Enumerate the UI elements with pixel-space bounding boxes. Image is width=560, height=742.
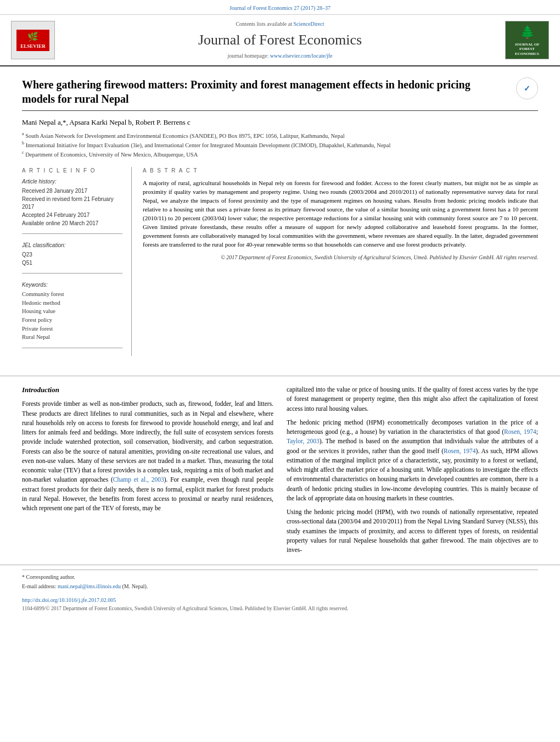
journal-title: Journal of Forest Economics	[66, 30, 494, 50]
authors: Mani Nepal a,*, Apsara Karki Nepal b, Ro…	[22, 118, 538, 127]
keyword-2: Housing value	[22, 308, 122, 316]
elsevier-logo: 🌿 ELSEVIER	[11, 21, 55, 59]
footnote-1: * Corresponding author.	[22, 573, 538, 581]
keywords-section: Keywords: Community forest Hedonic metho…	[22, 281, 122, 348]
article-info-title: A R T I C L E I N F O	[22, 167, 122, 175]
jel-q51: Q51	[22, 259, 122, 267]
footnote-2: E-mail address: mani.nepal@ims.illinois.…	[22, 583, 538, 590]
journal-header-center: Contents lists available at ScienceDirec…	[55, 20, 505, 60]
doi-area: http://dx.doi.org/10.1016/j.jfe.2017.02.…	[0, 594, 560, 615]
keywords-label: Keywords:	[22, 281, 122, 289]
abstract-title: A B S T R A C T	[143, 167, 538, 175]
received-revised-date: Received in revised form 21 February 201…	[22, 196, 122, 211]
jel-label: JEL classification:	[22, 242, 122, 249]
affiliation-b: b International Initiative for Impact Ev…	[22, 141, 538, 149]
journal-homepage: journal homepage: www.elsevier.com/locat…	[66, 52, 494, 60]
article-info-abstract: A R T I C L E I N F O Article history: R…	[22, 167, 538, 356]
doi-link[interactable]: http://dx.doi.org/10.1016/j.jfe.2017.02.…	[22, 596, 538, 604]
introduction-heading: Introduction	[22, 385, 273, 395]
intro-para-right-1: capitalized into the value or price of h…	[287, 385, 538, 414]
copyright-bottom: 1104-6899/© 2017 Department of Forest Ec…	[22, 605, 538, 612]
jel-section: JEL classification: Q23 Q51	[22, 242, 122, 274]
rosen-ref-link[interactable]: Rosen, 1974	[504, 428, 536, 435]
header-top: Journal of Forest Economics 27 (2017) 28…	[0, 0, 560, 66]
intro-right-col: capitalized into the value or price of h…	[287, 385, 538, 559]
main-content: Where gathering firewood matters: Proxim…	[0, 66, 560, 367]
keyword-3: Forest policy	[22, 316, 122, 325]
keyword-4: Private forest	[22, 325, 122, 333]
article-title: Where gathering firewood matters: Proxim…	[22, 77, 516, 106]
article-history-section: A R T I C L E I N F O Article history: R…	[22, 167, 122, 234]
affiliations: a South Asian Network for Development an…	[22, 131, 538, 158]
keyword-0: Community forest	[22, 291, 122, 299]
article-info-column: A R T I C L E I N F O Article history: R…	[22, 167, 132, 356]
intro-para-right-2: The hedonic pricing method (HPM) econome…	[287, 418, 538, 503]
footnotes: * Corresponding author. E-mail address: …	[0, 565, 560, 594]
email-link[interactable]: mani.nepal@ims.illinois.edu	[58, 583, 121, 589]
jel-q23: Q23	[22, 251, 122, 259]
introduction-section: Introduction Forests provide timber as w…	[0, 385, 560, 559]
intro-left-col: Introduction Forests provide timber as w…	[22, 385, 273, 559]
forest-economics-logo: 🌲 JOURNAL OFFORESTECONOMICS	[505, 21, 549, 59]
article-title-section: Where gathering firewood matters: Proxim…	[22, 77, 538, 111]
abstract-text: A majority of rural, agricultural househ…	[143, 179, 538, 249]
available-online-date: Available online 20 March 2017	[22, 220, 122, 227]
rosen2-ref-link[interactable]: Rosen, 1974	[444, 448, 476, 454]
sciencedirect-link[interactable]: ScienceDirect	[293, 21, 324, 27]
received-date: Received 28 January 2017	[22, 187, 122, 195]
keyword-5: Rural Nepal	[22, 333, 122, 342]
crossmark-badge: ✓	[516, 77, 538, 99]
abstract-copyright: © 2017 Department of Forest Economics, S…	[143, 254, 538, 261]
elsevier-logo-text: ELSEVIER	[19, 43, 47, 50]
homepage-url[interactable]: www.elsevier.com/locate/jfe	[270, 53, 333, 59]
journal-ref: Journal of Forest Economics 27 (2017) 28…	[229, 5, 331, 11]
champ-ref-link[interactable]: Champ et al., 2003	[113, 476, 164, 483]
abstract-column: A B S T R A C T A majority of rural, agr…	[143, 167, 538, 356]
taylor-ref-link[interactable]: Taylor, 2003	[287, 438, 320, 444]
accepted-date: Accepted 24 February 2017	[22, 211, 122, 219]
intro-para-1: Forests provide timber as well as non-ti…	[22, 399, 273, 513]
history-label: Article history:	[22, 178, 122, 186]
intro-para-right-3: Using the hedonic pricing model (HPM), w…	[287, 507, 538, 555]
keyword-1: Hedonic method	[22, 299, 122, 308]
affiliation-c: c Department of Economics, University of…	[22, 150, 538, 158]
contents-available-text: Contents lists available at ScienceDirec…	[66, 20, 494, 28]
affiliation-a: a South Asian Network for Development an…	[22, 131, 538, 140]
